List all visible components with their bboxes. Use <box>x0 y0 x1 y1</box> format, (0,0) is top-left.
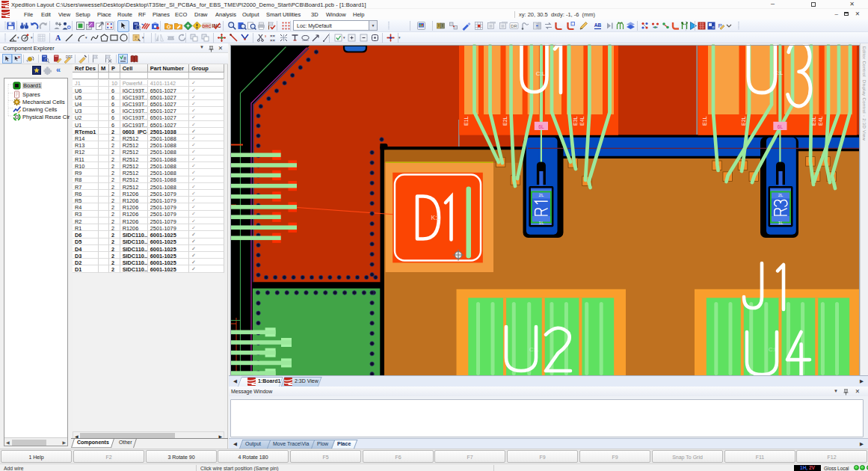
svg-text:E3L: E3L <box>811 116 816 126</box>
svg-text:C:L: C:L <box>536 70 546 77</box>
svg-text:1L: 1L <box>539 221 544 225</box>
svg-text:C:L: C:L <box>529 346 539 353</box>
svg-text:E2L: E2L <box>502 116 508 126</box>
svg-text:6L: 6L <box>538 124 544 129</box>
svg-text:DR: DR <box>511 24 517 28</box>
svg-text:E4L: E4L <box>818 116 823 126</box>
svg-text:DRC: DRC <box>203 24 212 28</box>
svg-text:K:L: K:L <box>431 214 441 221</box>
svg-text:E1L: E1L <box>464 116 469 126</box>
svg-text:C:L: C:L <box>774 70 784 76</box>
svg-text:C:L: C:L <box>769 346 778 353</box>
svg-text:A: A <box>55 34 61 42</box>
svg-text:E2L: E2L <box>741 116 746 126</box>
svg-text:2L: 2L <box>539 193 544 197</box>
svg-text:A̴B: A̴B <box>594 22 602 28</box>
svg-text:o: o <box>712 25 714 29</box>
svg-text:6L: 6L <box>778 124 784 129</box>
svg-text:2L: 2L <box>778 193 784 197</box>
svg-text:E1L: E1L <box>702 116 707 126</box>
svg-text:E4L: E4L <box>579 116 585 126</box>
svg-text:E3L: E3L <box>573 116 578 126</box>
svg-text:1L: 1L <box>778 221 784 225</box>
svg-text:x: x <box>265 34 266 38</box>
svg-text:××: ×× <box>270 38 276 43</box>
